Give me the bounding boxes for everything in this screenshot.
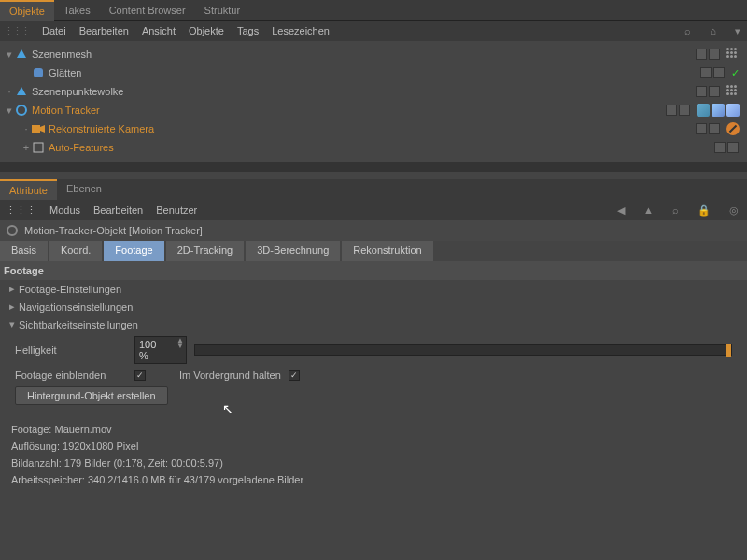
visibility-cell[interactable] [696,49,707,60]
subtab-footage[interactable]: Footage [104,241,163,261]
tree-label: Glätten [49,67,81,78]
render-cell[interactable] [709,123,720,134]
slider-thumb[interactable] [726,344,731,357]
dots-tag-icon[interactable] [726,48,740,61]
tree-row-autofeatures[interactable]: + Auto-Features [0,138,747,157]
group-label: Navigationseinstellungen [19,301,133,313]
attr-menu-bearbeiten[interactable]: Bearbeiten [93,204,143,216]
nav-up-icon[interactable]: ▲ [643,204,654,216]
check-icon[interactable]: ✓ [731,67,740,79]
info-footage: Footage: Mauern.mov [11,421,736,438]
visibility-cell[interactable] [714,142,726,153]
panel-separator[interactable] [0,162,747,172]
target-icon[interactable]: ◎ [729,204,739,217]
tag-icon[interactable] [697,104,710,117]
svg-rect-6 [34,143,43,152]
subtab-koord[interactable]: Koord. [49,241,102,261]
mesh-icon [15,48,28,61]
render-cell[interactable] [679,105,690,116]
vordergrund-label: Im Vordergrund halten [179,370,281,381]
tag-icon[interactable] [712,104,725,117]
tab-struktur[interactable]: Struktur [195,1,250,20]
visibility-cell[interactable] [696,123,707,134]
tag-icon[interactable] [726,104,740,117]
tab-attribute[interactable]: Attribute [0,179,57,200]
search-icon[interactable]: ⌕ [684,25,691,36]
render-cell[interactable] [713,67,725,78]
nav-back-icon[interactable]: ◀ [617,204,625,217]
subtab-3d-berechnung[interactable]: 3D-Berechnung [246,241,340,261]
tab-objekte[interactable]: Objekte [0,0,54,21]
grip-icon: ⋮⋮⋮ [4,25,29,37]
einblenden-checkbox[interactable]: ✓ [134,370,146,381]
helligkeit-slider[interactable] [194,344,732,356]
home-icon[interactable]: ⌂ [710,25,716,36]
menu-ansicht[interactable]: Ansicht [142,25,176,36]
render-cell[interactable] [709,49,720,60]
protection-tag-icon[interactable] [726,122,740,135]
info-bildanzahl: Bildanzahl: 179 Bilder (0:178, Zeit: 00:… [11,455,736,471]
visibility-cell[interactable] [696,86,707,97]
group-footage-einstellungen[interactable]: ▸ Footage-Einstellungen [0,280,747,298]
menu-objekte[interactable]: Objekte [189,25,224,36]
visibility-cell[interactable] [700,67,712,78]
helligkeit-input[interactable]: 100 % ▲▼ [134,336,187,364]
object-title-bar: Motion-Tracker-Objekt [Motion Tracker] [0,220,747,241]
field-helligkeit: Helligkeit 100 % ▲▼ [0,333,747,367]
vordergrund-checkbox[interactable]: ✓ [289,370,300,381]
helligkeit-label: Helligkeit [15,344,127,356]
svg-marker-5 [40,125,45,133]
tab-ebenen[interactable]: Ebenen [57,179,111,200]
leaf-icon: · [21,123,32,134]
collapse-icon[interactable]: ▾ [4,105,15,117]
attr-menu-modus[interactable]: Modus [49,204,80,216]
group-label: Footage-Einstellungen [19,284,121,295]
attribute-menu-bar: ⋮⋮⋮ Modus Bearbeiten Benutzer ◀ ▲ ⌕ 🔒 ◎ [0,200,747,220]
subtab-rekonstruktion[interactable]: Rekonstruktion [342,241,432,261]
attr-menu-benutzer[interactable]: Benutzer [156,204,197,216]
search-icon[interactable]: ⌕ [672,204,679,216]
lock-icon[interactable]: 🔒 [698,204,711,217]
tree-row-glaetten[interactable]: Glätten ✓ [0,63,747,82]
menu-datei[interactable]: Datei [42,25,66,36]
group-label: Sichtbarkeitseinstellungen [19,319,138,330]
subtab-2d-tracking[interactable]: 2D-Tracking [166,241,245,261]
spinner-icon[interactable]: ▲▼ [176,338,184,349]
hintergrund-erstellen-button[interactable]: Hintergrund-Objekt erstellen [15,386,168,405]
tree-row-szenenmesh[interactable]: ▾ Szenenmesh [0,45,747,63]
collapse-icon: ▾ [9,318,19,330]
svg-marker-2 [17,87,26,95]
menu-bearbeiten[interactable]: Bearbeiten [79,25,129,36]
grip-icon: ⋮⋮⋮ [6,204,36,217]
expand-icon: ▸ [9,283,19,295]
menu-lesezeichen[interactable]: Lesezeichen [272,25,330,36]
smoothing-icon [32,66,45,79]
expand-icon[interactable]: + [21,142,32,153]
tree-label: Szenenmesh [32,49,92,60]
menu-tags[interactable]: Tags [237,25,259,36]
tree-row-punktewolke[interactable]: · Szenenpunktewolke [0,82,747,101]
leaf-icon: · [4,86,15,97]
motion-tracker-icon [15,104,28,117]
render-cell[interactable] [709,86,720,97]
subtab-basis[interactable]: Basis [0,241,48,261]
tab-takes[interactable]: Takes [54,1,100,20]
motion-tracker-icon [6,224,19,237]
group-sichtbarkeit[interactable]: ▾ Sichtbarkeitseinstellungen [0,315,747,333]
tree-label: Auto-Features [49,142,114,153]
section-header-footage: Footage [0,261,747,280]
render-cell[interactable] [727,142,739,153]
menu-chevron-icon[interactable]: ▾ [735,25,740,37]
tab-content-browser[interactable]: Content Browser [100,1,195,20]
group-navigation[interactable]: ▸ Navigationseinstellungen [0,298,747,315]
dots-tag-icon[interactable] [726,85,740,98]
info-aufloesung: Auflösung: 1920x1080 Pixel [11,438,736,455]
tree-row-motion-tracker[interactable]: ▾ Motion Tracker [0,101,747,119]
top-tab-bar: Objekte Takes Content Browser Struktur [0,0,747,21]
object-tree: ▾ Szenenmesh Glätten ✓ · Szenenpunktewol… [0,41,747,162]
field-hintergrund: Hintergrund-Objekt erstellen [0,384,747,408]
tree-row-kamera[interactable]: · Rekonstruierte Kamera [0,119,747,138]
field-checkboxes: Footage einblenden ✓ Im Vordergrund halt… [0,367,747,384]
collapse-icon[interactable]: ▾ [4,49,15,61]
visibility-cell[interactable] [666,105,677,116]
